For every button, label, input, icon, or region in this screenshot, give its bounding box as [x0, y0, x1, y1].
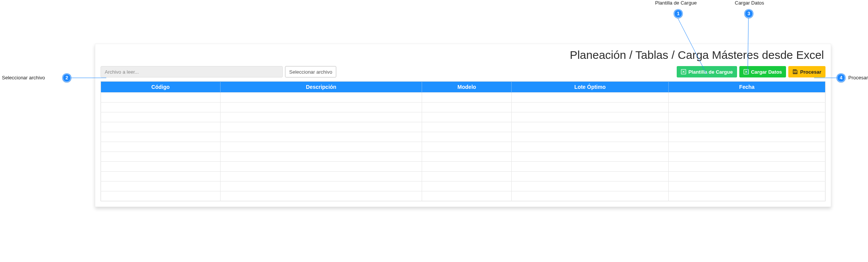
cell [422, 172, 512, 182]
svg-rect-6 [794, 72, 796, 74]
table-row [101, 152, 825, 162]
select-file-button[interactable]: Seleccionar archivo [285, 66, 336, 77]
callout-2-badge: 2 [63, 74, 71, 82]
cell [512, 132, 668, 142]
cell [220, 191, 422, 201]
cell [220, 112, 422, 122]
cell [101, 182, 221, 191]
cell [668, 122, 825, 132]
load-data-label: Cargar Datos [751, 69, 782, 75]
column-header: Modelo [422, 82, 512, 93]
process-button[interactable]: Procesar [788, 66, 825, 77]
cell [422, 132, 512, 142]
callout-3-label: Cargar Datos [735, 0, 764, 6]
download-template-button[interactable]: Plantilla de Cargue [677, 66, 737, 77]
table-row [101, 132, 825, 142]
cell [668, 172, 825, 182]
cell [512, 191, 668, 201]
grid-header-row: CódigoDescripciónModeloLote ÓptimoFecha [101, 82, 825, 93]
cell [101, 112, 221, 122]
column-header: Código [101, 82, 221, 93]
cell [220, 93, 422, 103]
cell [512, 122, 668, 132]
cell [422, 112, 512, 122]
table-row [101, 93, 825, 103]
cell [668, 191, 825, 201]
cell [512, 152, 668, 162]
save-icon [792, 69, 798, 74]
table-row [101, 182, 825, 191]
cell [101, 122, 221, 132]
callout-2-label: Seleccionar archivo [2, 75, 45, 80]
cell [101, 103, 221, 112]
table-row [101, 191, 825, 201]
download-template-label: Plantilla de Cargue [688, 69, 733, 75]
cell [512, 162, 668, 172]
svg-rect-7 [794, 70, 796, 71]
main-panel: Planeación / Tablas / Carga Másteres des… [95, 44, 831, 207]
cell [101, 142, 221, 152]
table-row [101, 142, 825, 152]
cell [422, 162, 512, 172]
cell [668, 182, 825, 191]
cell [101, 152, 221, 162]
cell [668, 132, 825, 142]
cell [422, 93, 512, 103]
breadcrumb: Planeación / Tablas / Carga Másteres des… [101, 48, 825, 66]
data-grid: CódigoDescripciónModeloLote ÓptimoFecha [101, 81, 825, 201]
cell [220, 142, 422, 152]
file-path-input[interactable]: Archivo a leer... [101, 66, 283, 77]
process-label: Procesar [800, 69, 821, 75]
cell [668, 112, 825, 122]
cell [668, 152, 825, 162]
callout-1-label: Plantilla de Cargue [655, 0, 697, 6]
cell [668, 162, 825, 172]
cell [220, 162, 422, 172]
cell [422, 152, 512, 162]
cell [220, 103, 422, 112]
cell [422, 103, 512, 112]
cell [512, 182, 668, 191]
column-header: Fecha [668, 82, 825, 93]
table-row [101, 103, 825, 112]
table-row [101, 162, 825, 172]
callout-4-label: Procesar [848, 75, 868, 80]
cell [220, 182, 422, 191]
table-row [101, 122, 825, 132]
callout-1-badge: 1 [674, 9, 682, 18]
cell [512, 93, 668, 103]
table-row [101, 172, 825, 182]
excel-icon [681, 69, 686, 74]
cell [422, 191, 512, 201]
cell [101, 162, 221, 172]
cell [512, 103, 668, 112]
cell [512, 172, 668, 182]
cell [422, 122, 512, 132]
cell [220, 122, 422, 132]
table-row [101, 112, 825, 122]
cell [220, 152, 422, 162]
cell [101, 191, 221, 201]
excel-icon [744, 69, 749, 74]
callout-3-badge: 3 [745, 9, 753, 18]
cell [101, 132, 221, 142]
cell [512, 112, 668, 122]
cell [422, 142, 512, 152]
load-data-button[interactable]: Cargar Datos [739, 66, 786, 77]
column-header: Lote Óptimo [512, 82, 668, 93]
column-header: Descripción [220, 82, 422, 93]
callout-4-badge: 4 [837, 74, 845, 82]
cell [101, 172, 221, 182]
cell [220, 132, 422, 142]
cell [220, 172, 422, 182]
cell [512, 142, 668, 152]
cell [668, 93, 825, 103]
cell [668, 142, 825, 152]
toolbar: Archivo a leer... Seleccionar archivo Pl… [101, 66, 825, 77]
cell [422, 182, 512, 191]
cell [668, 103, 825, 112]
cell [101, 93, 221, 103]
